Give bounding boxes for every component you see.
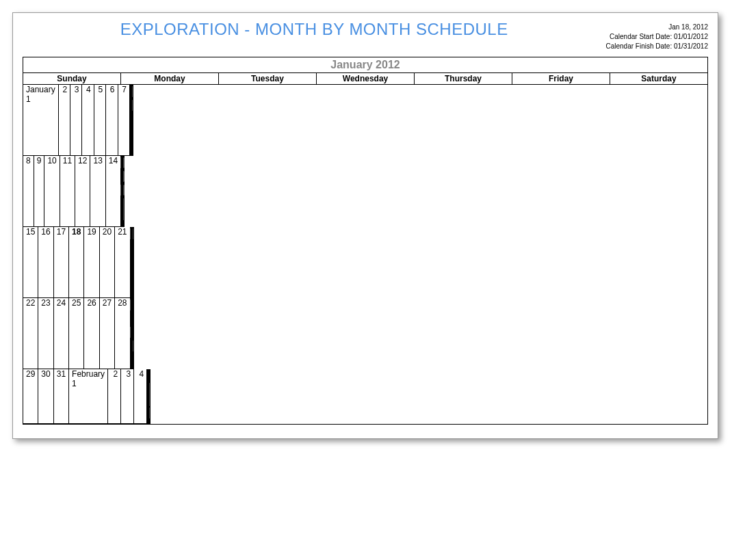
day-number: 2	[59, 85, 70, 155]
day-number: 4	[134, 369, 146, 423]
day-number: 13	[90, 156, 105, 226]
day-number: 9	[34, 156, 45, 226]
day-number: 21	[115, 227, 129, 297]
dow-cell: Wednesday	[317, 73, 415, 84]
day-number: 30	[38, 369, 53, 423]
print-date: Jan 18, 2012	[605, 23, 708, 32]
day-number: 16	[38, 227, 53, 297]
dow-cell: Thursday	[415, 73, 512, 84]
dow-cell: Tuesday	[219, 73, 317, 84]
day-cell	[150, 369, 151, 424]
dow-cell: Sunday	[23, 73, 121, 84]
day-number: 26	[84, 298, 99, 369]
day-number: 12	[75, 156, 90, 226]
day-cell	[133, 227, 134, 298]
dow-cell: Friday	[512, 73, 610, 84]
day-number: 20	[100, 227, 115, 297]
day-number: 5	[94, 85, 106, 155]
calendar-start-date: Calendar Start Date: 01/01/2012	[605, 32, 708, 42]
calendar: January 2012 SundayMondayTuesdayWednesda…	[23, 57, 708, 425]
day-cell	[133, 85, 133, 156]
month-title: January 2012	[23, 57, 707, 73]
day-number: 11	[60, 156, 75, 226]
day-number: 8	[23, 156, 34, 226]
day-number: 4	[82, 85, 94, 155]
day-number: January 1	[23, 85, 59, 155]
header-meta: Jan 18, 2012 Calendar Start Date: 01/01/…	[605, 20, 708, 51]
day-number: 31	[54, 369, 69, 423]
calendar-finish-date: Calendar Finish Date: 01/31/2012	[605, 42, 708, 51]
page-title: EXPLORATION - MONTH BY MONTH SCHEDULE	[23, 20, 605, 39]
day-of-week-header: SundayMondayTuesdayWednesdayThursdayFrid…	[23, 73, 707, 85]
day-number: 17	[54, 227, 69, 297]
dow-cell: Monday	[121, 73, 219, 84]
day-number: 3	[121, 369, 134, 423]
day-number: 14	[106, 156, 120, 226]
day-number: 10	[44, 156, 60, 226]
day-number: 3	[70, 85, 82, 155]
day-number: 24	[54, 298, 69, 369]
day-number: 18	[69, 227, 84, 297]
day-number: 2	[108, 369, 121, 423]
day-number: 6	[106, 85, 118, 155]
day-number: 15	[23, 227, 38, 297]
day-number: February 1	[69, 369, 108, 423]
day-number: 23	[38, 298, 53, 369]
day-cell	[124, 156, 125, 227]
dow-cell: Saturday	[610, 73, 707, 84]
day-number: 22	[23, 298, 38, 369]
day-number: 29	[23, 369, 38, 423]
report-page: EXPLORATION - MONTH BY MONTH SCHEDULE Ja…	[12, 12, 718, 439]
day-number: 25	[69, 298, 84, 369]
day-cell	[133, 298, 134, 369]
day-number: 7	[118, 85, 129, 155]
day-number: 27	[100, 298, 115, 369]
day-number: 19	[84, 227, 99, 297]
day-number: 28	[115, 298, 129, 369]
